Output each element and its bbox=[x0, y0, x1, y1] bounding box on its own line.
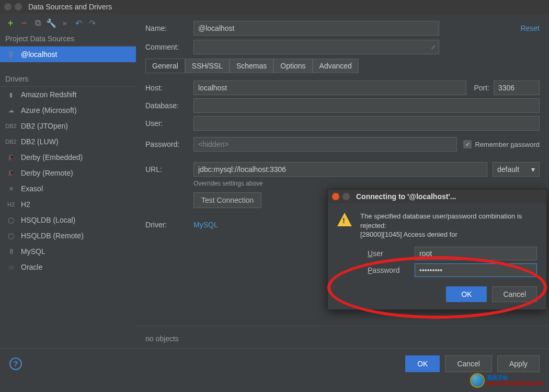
dialog-min-icon[interactable] bbox=[342, 193, 350, 200]
remove-icon[interactable]: − bbox=[20, 19, 28, 27]
driver-icon: DB2 bbox=[6, 121, 16, 131]
test-connection-button[interactable]: Test Connection bbox=[193, 192, 261, 208]
remember-password[interactable]: ✓ Remember password bbox=[463, 140, 540, 148]
driver-item[interactable]: ◯HSQLDB (Local) bbox=[0, 212, 136, 228]
driver-item[interactable]: ☁Azure (Microsoft) bbox=[0, 102, 136, 118]
undo-icon[interactable]: ↶ bbox=[74, 19, 83, 27]
sidebar: + − ⧉ 🔧 » ↶ ↷ Project Data Sources 🛢 @lo… bbox=[0, 14, 136, 348]
datasource-item[interactable]: 🛢 @localhost bbox=[0, 47, 136, 62]
driver-item[interactable]: DB2DB2 (LUW) bbox=[0, 134, 136, 149]
dialog-ok-button[interactable]: OK bbox=[446, 286, 487, 302]
window-title: Data Sources and Drivers bbox=[28, 3, 112, 11]
overrides-note: Overrides settings above bbox=[193, 180, 540, 187]
chevron-down-icon: ▾ bbox=[531, 165, 535, 174]
tab-sshssl[interactable]: SSH/SSL bbox=[185, 59, 230, 73]
password-label: Password: bbox=[145, 140, 193, 148]
window-titlebar: Data Sources and Drivers bbox=[0, 0, 549, 14]
driver-icon: 🎩 bbox=[6, 168, 16, 178]
comment-input[interactable]: ⤢ bbox=[193, 40, 439, 54]
checkbox-checked-icon[interactable]: ✓ bbox=[463, 140, 472, 148]
apply-button[interactable]: Apply bbox=[497, 355, 540, 372]
no-objects-label: no objects bbox=[145, 335, 179, 343]
more-icon[interactable]: » bbox=[61, 19, 69, 27]
driver-label: MySQL bbox=[21, 247, 45, 256]
tab-options[interactable]: Options bbox=[273, 59, 312, 73]
tabs: GeneralSSH/SSLSchemasOptionsAdvanced bbox=[145, 59, 540, 73]
window-minimize-icon[interactable] bbox=[15, 3, 22, 10]
driver-label: Derby (Remote) bbox=[21, 169, 73, 177]
add-icon[interactable]: + bbox=[6, 19, 15, 27]
dialog-title: Connecting to '@localhost'... bbox=[356, 192, 456, 201]
driver-label: HSQLDB (Local) bbox=[21, 216, 75, 224]
driver-icon: 🎩 bbox=[6, 153, 16, 162]
tab-schemas[interactable]: Schemas bbox=[230, 59, 273, 73]
driver-icon: ◯ bbox=[6, 215, 16, 225]
user-input[interactable] bbox=[193, 116, 540, 131]
driver-item[interactable]: ▮Amazon Redshift bbox=[0, 87, 136, 102]
driver-icon: ☁ bbox=[6, 106, 16, 115]
error-text: The specified database user/password com… bbox=[360, 212, 537, 239]
expand-icon[interactable]: ⤢ bbox=[431, 44, 436, 51]
dialog-password-input[interactable] bbox=[415, 263, 537, 277]
driver-icon: 🛢 bbox=[6, 247, 16, 256]
dialog-user-label: User bbox=[368, 249, 415, 258]
driver-label: Derby (Embedded) bbox=[21, 153, 83, 162]
url-mode-select[interactable]: default ▾ bbox=[493, 162, 540, 177]
driver-link[interactable]: MySQL bbox=[193, 221, 218, 229]
name-input[interactable] bbox=[193, 21, 439, 36]
host-label: Host: bbox=[145, 84, 193, 92]
driver-label: Azure (Microsoft) bbox=[21, 106, 77, 114]
driver-label: Oracle bbox=[21, 263, 42, 271]
driver-item[interactable]: H2H2 bbox=[0, 197, 136, 212]
driver-item[interactable]: DB2DB2 (JTOpen) bbox=[0, 118, 136, 134]
tab-advanced[interactable]: Advanced bbox=[313, 59, 359, 73]
dialog-cancel-button[interactable]: Cancel bbox=[492, 286, 537, 302]
globe-icon bbox=[470, 373, 485, 388]
datasource-icon: 🛢 bbox=[6, 50, 16, 59]
driver-label: H2 bbox=[21, 200, 30, 209]
copy-icon[interactable]: ⧉ bbox=[33, 19, 42, 27]
driver-item[interactable]: ✕Exasol bbox=[0, 181, 136, 197]
tab-general[interactable]: General bbox=[145, 59, 185, 73]
driver-label: DB2 (JTOpen) bbox=[21, 122, 68, 130]
database-label: Database: bbox=[145, 101, 193, 110]
driver-icon: H2 bbox=[6, 200, 16, 209]
cancel-button[interactable]: Cancel bbox=[445, 355, 492, 372]
redo-icon[interactable]: ↷ bbox=[88, 19, 96, 27]
settings-icon[interactable]: 🔧 bbox=[47, 19, 55, 27]
driver-item[interactable]: 🎩Derby (Embedded) bbox=[0, 149, 136, 165]
bottom-bar: ? OK Cancel Apply 系统天地 www.XiTongTianDi.… bbox=[0, 348, 549, 378]
dialog-close-icon[interactable] bbox=[332, 193, 339, 200]
ok-button[interactable]: OK bbox=[405, 355, 440, 372]
connection-dialog: Connecting to '@localhost'... The specif… bbox=[327, 189, 547, 310]
sidebar-toolbar: + − ⧉ 🔧 » ↶ ↷ bbox=[0, 14, 136, 31]
window-close-icon[interactable] bbox=[4, 3, 12, 10]
password-input[interactable] bbox=[193, 137, 457, 152]
driver-item[interactable]: 🛢MySQL bbox=[0, 244, 136, 259]
driver-item[interactable]: ⬭Oracle bbox=[0, 259, 136, 275]
database-input[interactable] bbox=[193, 98, 540, 113]
comment-label: Comment: bbox=[145, 43, 193, 51]
name-label: Name: bbox=[145, 24, 193, 32]
driver-list: ▮Amazon Redshift☁Azure (Microsoft)DB2DB2… bbox=[0, 87, 136, 275]
help-icon[interactable]: ? bbox=[9, 358, 22, 370]
driver-icon: ▮ bbox=[6, 90, 16, 99]
user-label: User: bbox=[145, 119, 193, 128]
url-input[interactable] bbox=[193, 162, 487, 177]
port-input[interactable] bbox=[494, 80, 540, 95]
driver-item[interactable]: 🎩Derby (Remote) bbox=[0, 165, 136, 181]
port-label: Port: bbox=[474, 84, 489, 92]
dialog-user-input[interactable] bbox=[415, 247, 537, 260]
reset-link[interactable]: Reset bbox=[520, 24, 540, 32]
host-input[interactable] bbox=[193, 80, 466, 95]
driver-icon: ⬭ bbox=[6, 262, 16, 272]
warning-icon bbox=[337, 213, 352, 226]
driver-icon: ✕ bbox=[6, 184, 16, 193]
driver-item[interactable]: ◯HSQLDB (Remote) bbox=[0, 228, 136, 244]
driver-icon: ◯ bbox=[6, 231, 16, 240]
driver-label: Exasol bbox=[21, 185, 43, 193]
section-drivers-label: Drivers bbox=[0, 72, 136, 87]
dialog-titlebar: Connecting to '@localhost'... bbox=[328, 190, 546, 203]
section-project-label: Project Data Sources bbox=[0, 31, 136, 47]
driver-label: Driver: bbox=[145, 221, 193, 229]
